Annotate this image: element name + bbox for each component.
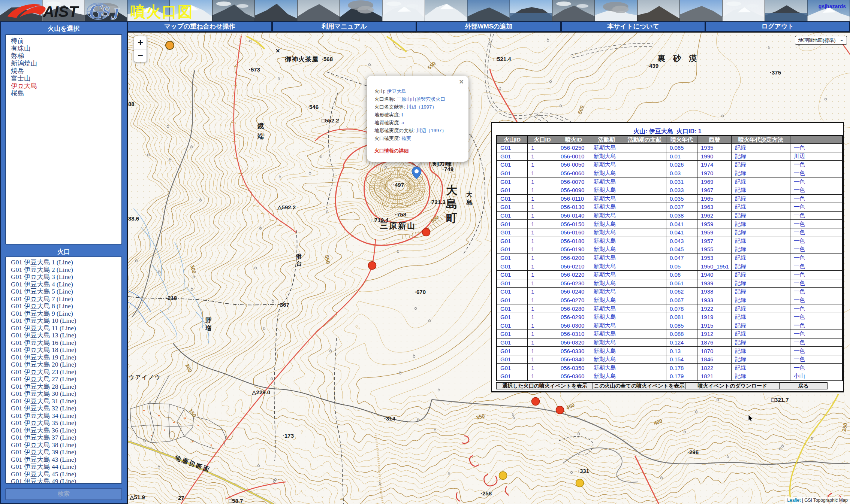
svg-text:AIST: AIST — [43, 3, 79, 20]
svg-text:J: J — [111, 5, 120, 21]
